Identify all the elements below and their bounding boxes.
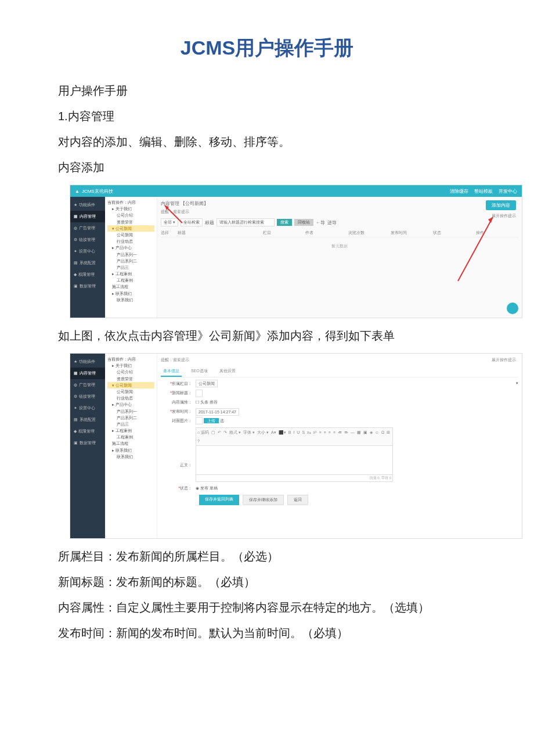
- nav-settings[interactable]: ✦设置中心: [70, 402, 105, 414]
- nav-links[interactable]: ⚙链接管理: [70, 234, 105, 246]
- tree-item[interactable]: ▸ 联系我们: [107, 290, 154, 297]
- tree-item[interactable]: 施工流程: [107, 283, 154, 290]
- time-input[interactable]: 2017-11-15 14:27:47: [196, 408, 239, 416]
- title-input[interactable]: [196, 390, 203, 397]
- tab-seo[interactable]: SEO选项: [189, 366, 210, 377]
- clear-cache-link[interactable]: 清除缓存: [450, 188, 468, 195]
- tree-item[interactable]: 产品系列一: [107, 408, 154, 415]
- undo-icon[interactable]: ↶: [218, 429, 221, 435]
- cover-input[interactable]: [196, 417, 203, 424]
- nav-system[interactable]: ▤系统配置: [70, 257, 105, 269]
- tree-item[interactable]: ▸ 产品中心: [107, 244, 154, 251]
- tree-item[interactable]: 资质荣誉: [107, 376, 154, 382]
- status-radios[interactable]: ◉ 发布 草稿: [196, 486, 218, 490]
- tree-item[interactable]: 公司新闻: [107, 232, 154, 238]
- redo-icon[interactable]: ↷: [223, 429, 227, 435]
- tree-item[interactable]: ▸ 联系我们: [107, 447, 154, 453]
- link-icon: ⚙: [74, 394, 77, 399]
- table-icon[interactable]: ▦: [357, 429, 361, 435]
- tree-item[interactable]: 产品系列一: [107, 251, 154, 258]
- nav-data[interactable]: ▣数据管理: [70, 280, 105, 292]
- bold-icon[interactable]: B: [288, 429, 291, 435]
- tab-other[interactable]: 其他设置: [217, 366, 238, 377]
- size-sel[interactable]: 大小 ▾: [257, 429, 269, 435]
- format-sel[interactable]: 格式 ▾: [229, 429, 241, 435]
- back-button[interactable]: 返回: [287, 495, 308, 505]
- new-icon[interactable]: ▢: [211, 429, 215, 435]
- list-icon[interactable]: ≔: [338, 429, 342, 435]
- tree-item[interactable]: 工程案例: [107, 434, 154, 440]
- tab-basic[interactable]: 基本信息: [161, 366, 182, 377]
- tree-item[interactable]: 联系我们: [107, 297, 154, 303]
- upload-button[interactable]: 上传: [204, 418, 219, 423]
- tree-item[interactable]: 工程案例: [107, 277, 154, 283]
- attr-label: 内容属性：: [172, 400, 192, 404]
- next-link[interactable]: 进导: [327, 219, 337, 226]
- nav-data[interactable]: ▣数据管理: [70, 437, 105, 449]
- tree-item[interactable]: 产品系列二: [107, 415, 154, 421]
- recycle-button[interactable]: 回收站: [294, 219, 313, 226]
- add-content-button[interactable]: 添加内容: [486, 200, 516, 210]
- nav-content[interactable]: ▦内容管理: [70, 211, 105, 222]
- nav-system[interactable]: ▤系统配置: [70, 414, 105, 426]
- editor-body[interactable]: [196, 446, 393, 475]
- font-sel[interactable]: 字体 ▾: [243, 429, 255, 435]
- tree-item[interactable]: 行业动态: [107, 238, 154, 244]
- nav-plugins[interactable]: ★功能插件: [70, 356, 105, 368]
- tree-item[interactable]: 资质荣誉: [107, 219, 154, 225]
- tree-item[interactable]: 行业动态: [107, 395, 154, 401]
- nav-ads[interactable]: ◍广告管理: [70, 379, 105, 391]
- prev-link[interactable]: ←导: [316, 219, 325, 226]
- search-button[interactable]: 搜索: [277, 219, 292, 226]
- src-icon[interactable]: ⌂ 源码: [197, 429, 209, 435]
- tree-item-selected[interactable]: ▾ 公司新闻: [107, 382, 154, 388]
- tree-item[interactable]: 产品系列二: [107, 258, 154, 264]
- chat-icon[interactable]: [507, 303, 518, 314]
- filter-select[interactable]: 全部 ▾: [161, 218, 178, 226]
- site-scope[interactable]: 全站检索: [181, 218, 203, 226]
- column-select[interactable]: 公司新闻 ▾: [196, 380, 218, 387]
- expand-hint-2[interactable]: 展开操作提示: [492, 357, 516, 363]
- link-icon: ⚙: [74, 237, 77, 242]
- tree-item[interactable]: ▸ 关于我们: [107, 362, 154, 369]
- tree-item[interactable]: 公司新闻: [107, 388, 154, 395]
- col-author: 作者: [305, 230, 348, 236]
- save-continue-button[interactable]: 保存并继续添加: [243, 495, 284, 505]
- category-tree-2: 当前操作：内容 ▸ 关于我们 公司介绍 资质荣誉 ▾ 公司新闻 公司新闻 行业动…: [105, 354, 157, 538]
- keyword-input[interactable]: 请输入标题进行检索搜索: [217, 218, 275, 226]
- tree-item[interactable]: ▸ 工程案例: [107, 271, 154, 277]
- align-icon[interactable]: ≡: [319, 429, 321, 435]
- tree-item[interactable]: 公司介绍: [107, 369, 154, 375]
- tree-item[interactable]: 施工流程: [107, 440, 154, 447]
- nav-content[interactable]: ▦内容管理: [70, 368, 105, 379]
- content-panel: 内容管理 【公司新闻】 提醒：需要提示 全部 ▾ 全站检索 标题 请输入标题进行…: [157, 197, 522, 318]
- attr-checkboxes[interactable]: ☐ 头条 推荐: [196, 400, 218, 404]
- image-icon[interactable]: ▣: [363, 429, 367, 435]
- hr-icon[interactable]: —: [351, 429, 355, 435]
- tree-item-selected[interactable]: ▾ 公司新闻: [107, 225, 154, 232]
- editor-toolbar[interactable]: ⌂ 源码▢↶↷格式 ▾字体 ▾大小 ▾A▾⬛▾BIUSx₂x²≡≡≡≡≔≕—▦▣…: [196, 427, 393, 446]
- star-icon: ★: [74, 203, 77, 207]
- nav-ads[interactable]: ◍广告管理: [70, 222, 105, 234]
- nav-perm[interactable]: ◆权限管理: [70, 426, 105, 437]
- expand-hint[interactable]: 展开操作提示: [492, 213, 516, 219]
- tree-item[interactable]: ▸ 工程案例: [107, 427, 154, 434]
- left-nav-2: ★功能插件 ▦内容管理 ◍广告管理 ⚙链接管理 ✦设置中心 ▤系统配置 ◆权限管…: [70, 354, 105, 538]
- tree-item[interactable]: 产品三: [107, 421, 154, 427]
- nav-perm[interactable]: ◆权限管理: [70, 269, 105, 280]
- site-template-link[interactable]: 整站模板: [474, 188, 493, 195]
- bgcolor-icon[interactable]: ⬛▾: [279, 429, 286, 435]
- tree-item[interactable]: 产品三: [107, 264, 154, 271]
- tree-item[interactable]: 联系我们: [107, 453, 154, 460]
- col-time: 发布时间: [391, 230, 433, 236]
- nav-plugins[interactable]: ★功能插件: [70, 199, 105, 211]
- tree-item[interactable]: ▸ 产品中心: [107, 401, 154, 408]
- save-return-button[interactable]: 保存并返回列表: [199, 495, 239, 505]
- tree-item[interactable]: ▸ 关于我们: [107, 206, 154, 212]
- color-icon[interactable]: A▾: [271, 429, 276, 435]
- nav-settings[interactable]: ✦设置中心: [70, 246, 105, 257]
- dev-center-link[interactable]: 开发中心: [499, 188, 517, 195]
- tree-item[interactable]: 公司介绍: [107, 212, 154, 218]
- nav-links[interactable]: ⚙链接管理: [70, 391, 105, 402]
- select-link[interactable]: 选: [220, 419, 224, 423]
